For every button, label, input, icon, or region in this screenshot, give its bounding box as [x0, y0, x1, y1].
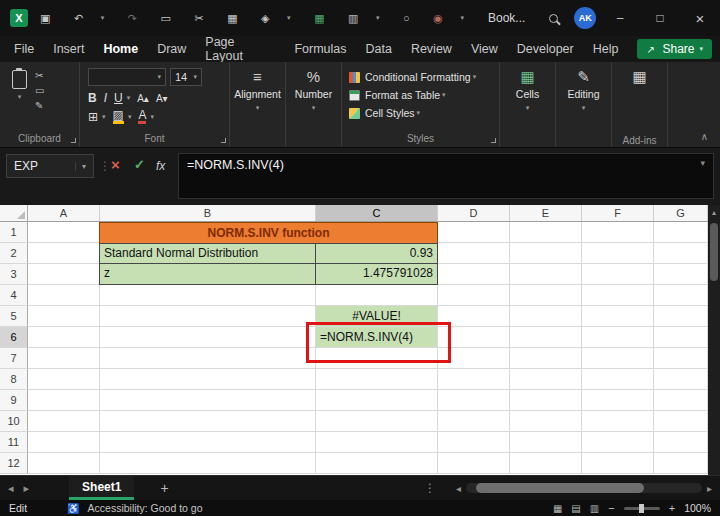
row-header-6-selected[interactable]: 6	[0, 327, 28, 348]
editing-button[interactable]: ✎ Editing ▾	[556, 62, 611, 147]
column-header-d[interactable]: D	[438, 205, 510, 221]
fill-color-dropdown-icon[interactable]: ▾	[128, 113, 132, 121]
tab-review[interactable]: Review	[411, 42, 452, 56]
sheet-prev-icon[interactable]: ◂	[8, 482, 14, 495]
paint-dropdown-icon[interactable]: ▾	[287, 14, 291, 22]
tab-insert[interactable]: Insert	[53, 42, 84, 56]
row-header-8[interactable]: 8	[0, 369, 28, 390]
formula-input[interactable]: =NORM.S.INV(4) ▾	[178, 153, 714, 199]
grid-body[interactable]: 1 2 3 4 5 6 7 8 9 10 11 12 NORM.S.INV fu…	[0, 222, 708, 474]
font-name-dropdown-icon[interactable]: ▾	[157, 73, 161, 81]
font-name-select[interactable]: ▾	[88, 68, 166, 86]
paste-dropdown-icon[interactable]: ▾	[18, 93, 22, 101]
copy-icon[interactable]: ▭	[160, 12, 170, 25]
conditional-formatting-dropdown-icon[interactable]: ▾	[473, 73, 477, 81]
row-header-7[interactable]: 7	[0, 348, 28, 369]
editing-dropdown-icon[interactable]: ▾	[582, 104, 586, 112]
italic-button[interactable]: I	[104, 91, 107, 105]
page-break-view-button[interactable]: ▥	[590, 503, 599, 514]
row-header-3[interactable]: 3	[0, 264, 28, 285]
cells-button[interactable]: ▦ Cells ▾	[500, 62, 555, 147]
number-button[interactable]: % Number ▾	[286, 62, 341, 147]
increase-font-button[interactable]: A▴	[137, 93, 149, 104]
row-header-5[interactable]: 5	[0, 306, 28, 327]
row-header-11[interactable]: 11	[0, 432, 28, 453]
chart-icon[interactable]: ▥	[348, 12, 358, 25]
tab-data[interactable]: Data	[365, 42, 391, 56]
row-header-4[interactable]: 4	[0, 285, 28, 306]
cut-small-icon[interactable]: ✂	[35, 70, 44, 81]
row-header-12[interactable]: 12	[0, 453, 28, 474]
zoom-in-button[interactable]: +	[669, 502, 675, 514]
share-button[interactable]: ↗ Share ▾	[637, 39, 712, 59]
tab-page-layout[interactable]: Page Layout	[205, 35, 275, 63]
excel-icon[interactable]: X	[10, 9, 28, 27]
picture-icon[interactable]: ▦	[227, 12, 237, 25]
name-box-dropdown-icon[interactable]: ▾	[75, 162, 86, 171]
record-icon[interactable]: ◉	[433, 12, 443, 25]
scroll-left-icon[interactable]: ◂	[456, 483, 461, 494]
vertical-scrollbar[interactable]: ▴	[708, 205, 720, 475]
borders-dropdown-icon[interactable]: ▾	[102, 113, 106, 121]
cell-styles-dropdown-icon[interactable]: ▾	[417, 109, 421, 117]
normal-view-button[interactable]: ▦	[553, 503, 562, 514]
person-icon[interactable]: ○	[403, 12, 410, 24]
format-as-table-dropdown-icon[interactable]: ▾	[442, 91, 446, 99]
accessibility-icon[interactable]: ♿	[67, 503, 79, 514]
cell-b2[interactable]: Standard Normal Distribution	[99, 243, 316, 264]
insert-function-button[interactable]: fx	[156, 159, 165, 173]
cells-dropdown-icon[interactable]: ▾	[526, 104, 530, 112]
close-button[interactable]: ×	[680, 0, 720, 36]
name-box[interactable]: EXP ▾	[6, 154, 94, 178]
styles-dialog-launcher-icon[interactable]	[491, 138, 496, 143]
borders-button[interactable]: ⊞	[88, 110, 98, 124]
row-header-10[interactable]: 10	[0, 411, 28, 432]
vertical-scroll-thumb[interactable]	[710, 223, 718, 281]
tab-draw[interactable]: Draw	[157, 42, 186, 56]
number-dropdown-icon[interactable]: ▾	[312, 104, 316, 112]
alignment-button[interactable]: ≡ Alignment ▾	[230, 62, 285, 147]
redo-icon[interactable]: ↷	[128, 12, 137, 25]
fill-color-button[interactable]: ▨	[113, 110, 124, 124]
share-dropdown-icon[interactable]: ▾	[699, 45, 703, 53]
format-painter-icon[interactable]: ✎	[35, 100, 44, 111]
bold-button[interactable]: B	[88, 91, 97, 105]
cell-styles-button[interactable]: Cell Styles ▾	[342, 104, 499, 122]
column-header-e[interactable]: E	[510, 205, 582, 221]
cell-b1-c1-merged-title[interactable]: NORM.S.INV function	[99, 222, 438, 244]
clipboard-dialog-launcher-icon[interactable]	[71, 138, 76, 143]
save-icon[interactable]: ▣	[40, 12, 50, 25]
chart-dropdown-icon[interactable]: ▾	[376, 14, 380, 22]
sheet-options-icon[interactable]: ⋮	[424, 481, 436, 495]
underline-button[interactable]: U	[114, 91, 123, 105]
maximize-button[interactable]: □	[640, 0, 680, 36]
column-header-f[interactable]: F	[582, 205, 654, 221]
font-size-select[interactable]: 14▾	[170, 68, 202, 86]
row-header-9[interactable]: 9	[0, 390, 28, 411]
cut-icon[interactable]: ✂	[194, 12, 203, 25]
cell-b3[interactable]: z	[99, 263, 316, 285]
sheet-tab-sheet1[interactable]: Sheet1	[69, 476, 134, 500]
sheet-next-icon[interactable]: ▸	[24, 482, 30, 495]
accessibility-status[interactable]: Accessibility: Good to go	[88, 502, 203, 514]
tab-formulas[interactable]: Formulas	[294, 42, 346, 56]
add-ins-button[interactable]: ▦	[612, 62, 667, 134]
add-sheet-button[interactable]: +	[160, 480, 168, 496]
font-size-dropdown-icon[interactable]: ▾	[193, 73, 197, 81]
column-header-b[interactable]: B	[100, 205, 316, 221]
tab-home[interactable]: Home	[103, 42, 138, 56]
row-header-2[interactable]: 2	[0, 243, 28, 264]
formula-bar-expand-icon[interactable]: ▾	[700, 158, 705, 168]
tab-developer[interactable]: Developer	[517, 42, 574, 56]
format-as-table-button[interactable]: Format as Table ▾	[342, 86, 499, 104]
column-header-g[interactable]: G	[654, 205, 708, 221]
alignment-dropdown-icon[interactable]: ▾	[256, 104, 260, 112]
undo-icon[interactable]: ↶	[74, 12, 83, 25]
scroll-right-icon[interactable]: ▸	[707, 483, 712, 494]
tab-file[interactable]: File	[14, 42, 34, 56]
cancel-button[interactable]: ×	[111, 156, 120, 173]
font-dialog-launcher-icon[interactable]	[221, 138, 226, 143]
scroll-up-icon[interactable]: ▴	[708, 205, 720, 217]
avatar[interactable]: AK	[574, 7, 596, 29]
tab-view[interactable]: View	[471, 42, 498, 56]
